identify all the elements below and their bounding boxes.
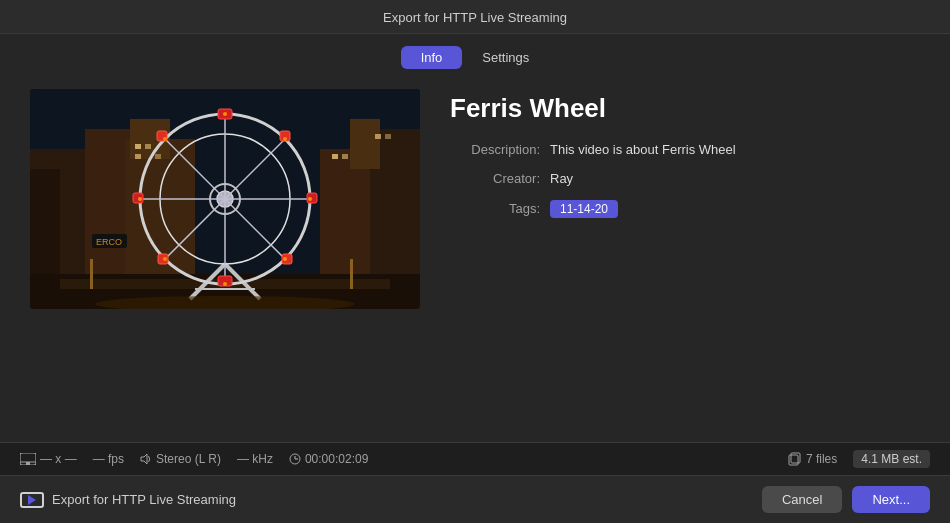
svg-rect-11 xyxy=(90,259,93,289)
svg-rect-46 xyxy=(135,154,141,159)
duration-icon xyxy=(289,453,301,465)
tag-badge[interactable]: 11-14-20 xyxy=(550,200,618,218)
svg-rect-51 xyxy=(385,134,391,139)
tab-settings[interactable]: Settings xyxy=(462,46,549,69)
video-title: Ferris Wheel xyxy=(450,93,920,124)
main-content: Info Settings xyxy=(0,34,950,442)
svg-point-42 xyxy=(138,197,142,201)
bottom-bar: Export for HTTP Live Streaming Cancel Ne… xyxy=(0,475,950,523)
svg-rect-47 xyxy=(155,154,161,159)
status-bar: — x — — fps Stereo (L R) — kHz 00:00:02:… xyxy=(0,442,950,475)
description-row: Description: This video is about Ferris … xyxy=(450,142,920,157)
audio-value: Stereo (L R) xyxy=(156,452,221,466)
ferris-wheel-image: ERCO xyxy=(30,89,420,309)
resolution-value: — x — xyxy=(40,452,77,466)
duration-value: 00:00:02:09 xyxy=(305,452,368,466)
files-icon xyxy=(787,452,801,466)
svg-point-38 xyxy=(308,197,312,201)
resolution-icon xyxy=(20,453,36,465)
size-badge: 4.1 MB est. xyxy=(853,450,930,468)
creator-row: Creator: Ray xyxy=(450,171,920,186)
audio-item: Stereo (L R) xyxy=(140,452,221,466)
svg-point-41 xyxy=(163,257,167,261)
title-bar: Export for HTTP Live Streaming xyxy=(0,0,950,34)
export-label-text: Export for HTTP Live Streaming xyxy=(52,492,236,507)
svg-text:ERCO: ERCO xyxy=(96,237,122,247)
duration-item: 00:00:02:09 xyxy=(289,452,368,466)
files-badge: 7 files xyxy=(787,452,837,466)
svg-rect-8 xyxy=(350,119,380,169)
creator-label: Creator: xyxy=(450,171,540,186)
info-panel: Ferris Wheel Description: This video is … xyxy=(450,89,920,232)
files-count: 7 files xyxy=(806,452,837,466)
svg-point-36 xyxy=(223,112,227,116)
svg-point-39 xyxy=(283,257,287,261)
svg-point-37 xyxy=(283,137,287,141)
svg-rect-49 xyxy=(342,154,348,159)
svg-point-40 xyxy=(223,282,227,286)
next-button[interactable]: Next... xyxy=(852,486,930,513)
resolution-item: — x — xyxy=(20,452,77,466)
fps-value: — fps xyxy=(93,452,124,466)
svg-point-43 xyxy=(163,137,167,141)
creator-value: Ray xyxy=(550,171,573,186)
description-value: This video is about Ferris Wheel xyxy=(550,142,736,157)
tags-row: Tags: 11-14-20 xyxy=(450,200,920,218)
content-row: ERCO Ferris Wheel Description: This vide… xyxy=(0,79,950,442)
svg-rect-57 xyxy=(26,462,30,465)
svg-marker-58 xyxy=(141,454,147,464)
tags-label: Tags: xyxy=(450,201,540,216)
khz-value: — kHz xyxy=(237,452,273,466)
tab-info[interactable]: Info xyxy=(401,46,463,69)
svg-rect-44 xyxy=(135,144,141,149)
video-thumbnail: ERCO xyxy=(30,89,420,309)
audio-icon xyxy=(140,453,152,465)
svg-rect-48 xyxy=(332,154,338,159)
svg-rect-12 xyxy=(350,259,353,289)
svg-rect-50 xyxy=(375,134,381,139)
tab-bar: Info Settings xyxy=(0,34,950,79)
svg-rect-45 xyxy=(145,144,151,149)
cancel-button[interactable]: Cancel xyxy=(762,486,842,513)
streaming-icon xyxy=(20,492,44,508)
window-title: Export for HTTP Live Streaming xyxy=(383,10,567,25)
description-label: Description: xyxy=(450,142,540,157)
export-label-container: Export for HTTP Live Streaming xyxy=(20,492,752,508)
